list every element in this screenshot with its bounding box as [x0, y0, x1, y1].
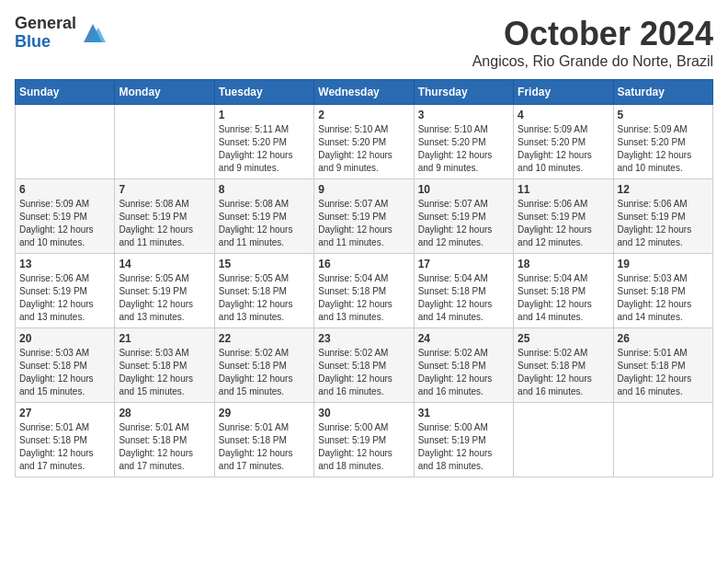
header-tuesday: Tuesday — [214, 80, 313, 105]
day-cell: 9Sunrise: 5:07 AM Sunset: 5:19 PM Daylig… — [314, 179, 414, 254]
day-number: 3 — [418, 109, 509, 121]
location-title: Angicos, Rio Grande do Norte, Brazil — [472, 53, 713, 70]
day-number: 25 — [518, 332, 609, 345]
day-info: Sunrise: 5:01 AM Sunset: 5:18 PM Dayligh… — [119, 421, 210, 473]
day-number: 9 — [318, 183, 409, 196]
day-number: 11 — [518, 183, 609, 196]
day-cell: 10Sunrise: 5:07 AM Sunset: 5:19 PM Dayli… — [414, 179, 513, 254]
day-info: Sunrise: 5:05 AM Sunset: 5:19 PM Dayligh… — [119, 272, 210, 324]
day-info: Sunrise: 5:09 AM Sunset: 5:20 PM Dayligh… — [518, 123, 609, 175]
day-cell: 20Sunrise: 5:03 AM Sunset: 5:18 PM Dayli… — [16, 328, 115, 403]
day-info: Sunrise: 5:06 AM Sunset: 5:19 PM Dayligh… — [19, 272, 110, 324]
page-header: General Blue October 2024 Angicos, Rio G… — [15, 15, 713, 70]
day-cell — [115, 105, 214, 179]
day-cell — [16, 105, 115, 179]
day-cell: 2Sunrise: 5:10 AM Sunset: 5:20 PM Daylig… — [314, 105, 414, 179]
day-cell: 25Sunrise: 5:02 AM Sunset: 5:18 PM Dayli… — [514, 328, 613, 403]
day-number: 24 — [418, 332, 509, 345]
day-number: 14 — [119, 258, 210, 270]
day-info: Sunrise: 5:07 AM Sunset: 5:19 PM Dayligh… — [418, 198, 509, 249]
day-number: 7 — [119, 183, 210, 196]
day-info: Sunrise: 5:01 AM Sunset: 5:18 PM Dayligh… — [19, 421, 110, 473]
day-number: 21 — [119, 332, 210, 345]
day-info: Sunrise: 5:10 AM Sunset: 5:20 PM Dayligh… — [318, 123, 409, 175]
day-number: 10 — [418, 183, 509, 196]
week-row-0: 1Sunrise: 5:11 AM Sunset: 5:20 PM Daylig… — [16, 105, 713, 179]
day-cell — [613, 403, 712, 477]
day-info: Sunrise: 5:06 AM Sunset: 5:19 PM Dayligh… — [518, 198, 609, 249]
day-cell: 16Sunrise: 5:04 AM Sunset: 5:18 PM Dayli… — [314, 254, 414, 328]
day-info: Sunrise: 5:07 AM Sunset: 5:19 PM Dayligh… — [318, 198, 409, 249]
day-info: Sunrise: 5:01 AM Sunset: 5:18 PM Dayligh… — [219, 421, 310, 473]
header-thursday: Thursday — [414, 80, 513, 105]
day-cell: 3Sunrise: 5:10 AM Sunset: 5:20 PM Daylig… — [414, 105, 513, 179]
day-number: 16 — [318, 258, 409, 270]
day-cell: 6Sunrise: 5:09 AM Sunset: 5:19 PM Daylig… — [16, 179, 115, 254]
day-cell: 5Sunrise: 5:09 AM Sunset: 5:20 PM Daylig… — [613, 105, 712, 179]
header-monday: Monday — [115, 80, 214, 105]
day-cell: 21Sunrise: 5:03 AM Sunset: 5:18 PM Dayli… — [115, 328, 214, 403]
day-info: Sunrise: 5:00 AM Sunset: 5:19 PM Dayligh… — [418, 421, 509, 473]
day-cell: 18Sunrise: 5:04 AM Sunset: 5:18 PM Dayli… — [514, 254, 613, 328]
day-number: 4 — [518, 109, 609, 121]
day-cell: 29Sunrise: 5:01 AM Sunset: 5:18 PM Dayli… — [214, 403, 313, 477]
day-info: Sunrise: 5:03 AM Sunset: 5:18 PM Dayligh… — [119, 347, 210, 398]
day-number: 18 — [518, 258, 609, 270]
day-number: 1 — [219, 109, 310, 121]
calendar-table: SundayMondayTuesdayWednesdayThursdayFrid… — [15, 79, 713, 477]
day-info: Sunrise: 5:09 AM Sunset: 5:20 PM Dayligh… — [618, 123, 709, 175]
day-cell: 15Sunrise: 5:05 AM Sunset: 5:18 PM Dayli… — [214, 254, 313, 328]
header-sunday: Sunday — [16, 80, 115, 105]
day-cell: 7Sunrise: 5:08 AM Sunset: 5:19 PM Daylig… — [115, 179, 214, 254]
day-info: Sunrise: 5:11 AM Sunset: 5:20 PM Dayligh… — [219, 123, 310, 175]
day-cell: 30Sunrise: 5:00 AM Sunset: 5:19 PM Dayli… — [314, 403, 414, 477]
day-number: 31 — [418, 407, 509, 419]
day-info: Sunrise: 5:10 AM Sunset: 5:20 PM Dayligh… — [418, 123, 509, 175]
day-cell: 19Sunrise: 5:03 AM Sunset: 5:18 PM Dayli… — [613, 254, 712, 328]
day-cell: 8Sunrise: 5:08 AM Sunset: 5:19 PM Daylig… — [214, 179, 313, 254]
header-wednesday: Wednesday — [314, 80, 414, 105]
day-info: Sunrise: 5:02 AM Sunset: 5:18 PM Dayligh… — [219, 347, 310, 398]
day-number: 6 — [19, 183, 110, 196]
day-cell: 4Sunrise: 5:09 AM Sunset: 5:20 PM Daylig… — [514, 105, 613, 179]
day-info: Sunrise: 5:00 AM Sunset: 5:19 PM Dayligh… — [318, 421, 409, 473]
day-cell: 28Sunrise: 5:01 AM Sunset: 5:18 PM Dayli… — [115, 403, 214, 477]
week-row-3: 20Sunrise: 5:03 AM Sunset: 5:18 PM Dayli… — [16, 328, 713, 403]
week-row-1: 6Sunrise: 5:09 AM Sunset: 5:19 PM Daylig… — [16, 179, 713, 254]
day-number: 29 — [219, 407, 310, 419]
logo-icon — [80, 20, 106, 46]
header-row: SundayMondayTuesdayWednesdayThursdayFrid… — [16, 80, 713, 105]
day-cell — [514, 403, 613, 477]
day-info: Sunrise: 5:06 AM Sunset: 5:19 PM Dayligh… — [618, 198, 709, 249]
logo-blue: Blue — [15, 33, 76, 52]
day-cell: 24Sunrise: 5:02 AM Sunset: 5:18 PM Dayli… — [414, 328, 513, 403]
day-cell: 13Sunrise: 5:06 AM Sunset: 5:19 PM Dayli… — [16, 254, 115, 328]
calendar-header: SundayMondayTuesdayWednesdayThursdayFrid… — [16, 80, 713, 105]
day-number: 17 — [418, 258, 509, 270]
day-cell: 26Sunrise: 5:01 AM Sunset: 5:18 PM Dayli… — [613, 328, 712, 403]
day-cell: 17Sunrise: 5:04 AM Sunset: 5:18 PM Dayli… — [414, 254, 513, 328]
day-number: 22 — [219, 332, 310, 345]
day-number: 19 — [618, 258, 709, 270]
header-friday: Friday — [514, 80, 613, 105]
day-number: 2 — [318, 109, 409, 121]
day-cell: 11Sunrise: 5:06 AM Sunset: 5:19 PM Dayli… — [514, 179, 613, 254]
day-cell: 1Sunrise: 5:11 AM Sunset: 5:20 PM Daylig… — [214, 105, 313, 179]
day-info: Sunrise: 5:02 AM Sunset: 5:18 PM Dayligh… — [318, 347, 409, 398]
day-number: 20 — [19, 332, 110, 345]
day-info: Sunrise: 5:02 AM Sunset: 5:18 PM Dayligh… — [518, 347, 609, 398]
day-number: 23 — [318, 332, 409, 345]
day-info: Sunrise: 5:03 AM Sunset: 5:18 PM Dayligh… — [19, 347, 110, 398]
logo-general: General — [15, 15, 76, 33]
day-info: Sunrise: 5:04 AM Sunset: 5:18 PM Dayligh… — [318, 272, 409, 324]
day-cell: 23Sunrise: 5:02 AM Sunset: 5:18 PM Dayli… — [314, 328, 414, 403]
month-title: October 2024 — [472, 15, 713, 53]
day-number: 12 — [618, 183, 709, 196]
day-info: Sunrise: 5:03 AM Sunset: 5:18 PM Dayligh… — [618, 272, 709, 324]
day-info: Sunrise: 5:04 AM Sunset: 5:18 PM Dayligh… — [418, 272, 509, 324]
header-saturday: Saturday — [613, 80, 712, 105]
day-number: 8 — [219, 183, 310, 196]
day-number: 13 — [19, 258, 110, 270]
day-info: Sunrise: 5:01 AM Sunset: 5:18 PM Dayligh… — [618, 347, 709, 398]
day-cell: 22Sunrise: 5:02 AM Sunset: 5:18 PM Dayli… — [214, 328, 313, 403]
